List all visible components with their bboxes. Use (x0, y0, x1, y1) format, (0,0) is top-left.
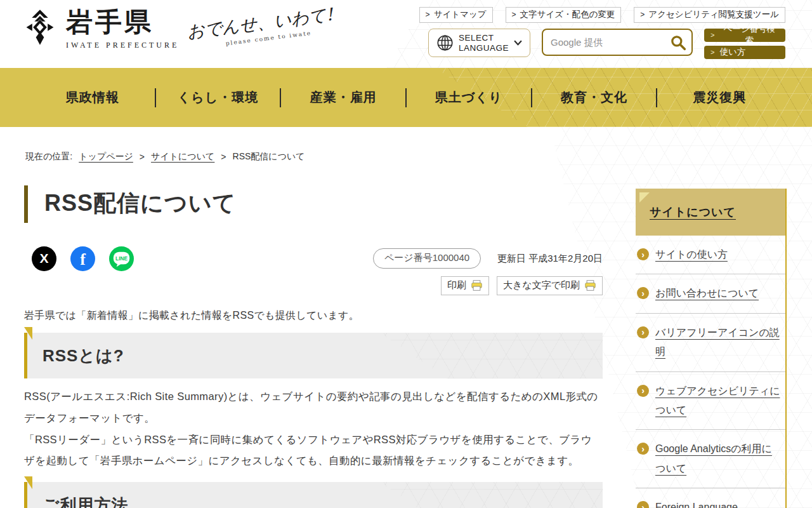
nav-item-label: 震災復興 (693, 89, 746, 106)
nav-item-label: 県政情報 (66, 89, 119, 106)
breadcrumb: 現在の位置: トップページ > サイトについて > RSS配信について (25, 151, 305, 163)
select-language-line1: SELECT (459, 33, 509, 43)
sidebar-item-site-usage[interactable]: › サイトの使い方 (636, 236, 785, 274)
section-title: ご利用方法 (43, 494, 129, 508)
sidebar-item-foreign-language[interactable]: › Foreign Language (636, 488, 785, 508)
nav-item-kurashi[interactable]: くらし・環境 (156, 88, 282, 107)
svg-text:LINE: LINE (115, 255, 128, 261)
sidebar-item-barrier-free-icons[interactable]: › バリアフリーアイコンの説明 (636, 314, 785, 372)
site-logo[interactable]: 岩手県 IWATE PREFECTURE (22, 8, 179, 50)
chevron-circle-icon: › (637, 287, 649, 299)
accessibility-tool-link[interactable]: > アクセシビリティ閲覧支援ツール (634, 7, 785, 23)
select-language-label: SELECT LANGUAGE (459, 33, 509, 52)
line-share-icon[interactable]: LINE (109, 246, 134, 271)
sidebar-item-label: Google Analyticsの利用について (655, 439, 782, 478)
page-number-search-label: ページ番号検索 (719, 23, 779, 46)
chevron-right-icon: > (512, 10, 516, 19)
sidebar-item-label: バリアフリーアイコンの説明 (655, 323, 782, 362)
breadcrumb-link-about-site[interactable]: サイトについて (151, 151, 214, 163)
nav-item-shinsai[interactable]: 震災復興 (657, 88, 782, 107)
chevron-right-icon: > (426, 10, 430, 19)
nav-item-label: くらし・環境 (178, 89, 258, 106)
iwate-crest-icon (22, 8, 58, 47)
site-name-en: IWATE PREFECTURE (66, 41, 179, 50)
sidebar-item-label: お問い合わせについて (655, 284, 759, 303)
fold-corner-icon (639, 192, 650, 203)
page: 岩手県 IWATE PREFECTURE おでんせ、いわて! please co… (0, 0, 812, 508)
page-title: RSS配信について (24, 185, 603, 223)
header-utility-links: > サイトマップ > 文字サイズ・配色の変更 > アクセシビリティ閲覧支援ツール (419, 7, 785, 23)
quick-buttons: > ページ番号検索 > 使い方 (704, 29, 785, 59)
sidebar-item-contact[interactable]: › お問い合わせについて (636, 274, 785, 313)
nav-item-kyoiku[interactable]: 教育・文化 (532, 88, 658, 107)
nav-item-kensei[interactable]: 県政情報 (30, 88, 156, 107)
chevron-circle-icon: › (637, 248, 649, 260)
sitemap-link-label: サイトマップ (434, 9, 487, 20)
how-to-use-label: 使い方 (719, 46, 745, 58)
social-share: X f LINE (32, 246, 134, 271)
nav-item-label: 産業・雇用 (310, 89, 377, 106)
select-language-button[interactable]: SELECT LANGUAGE (428, 29, 530, 57)
facebook-glyph: f (80, 250, 86, 269)
section-body: RSS(アールエスエス:Rich Site Summary)とは、ウェブサイトの… (24, 386, 603, 472)
nav-item-sangyo[interactable]: 産業・雇用 (281, 88, 407, 107)
nav-item-label: 教育・文化 (561, 89, 627, 106)
sidebar-item-google-analytics[interactable]: › Google Analyticsの利用について (636, 430, 785, 488)
how-to-use-button[interactable]: > 使い方 (704, 46, 785, 59)
fold-corner-icon (24, 327, 32, 340)
x-share-icon[interactable]: X (32, 246, 56, 271)
font-size-color-link-label: 文字サイズ・配色の変更 (520, 9, 615, 20)
tagline: おでんせ、いわて! please come to iwate (186, 3, 341, 51)
chevron-circle-icon: › (637, 385, 649, 397)
main-content: RSS配信について X f LINE ページ番号1000040 更新 (24, 185, 603, 508)
line-bubble-icon: LINE (109, 246, 134, 271)
print-button[interactable]: 印刷 (441, 276, 489, 295)
breadcrumb-prefix: 現在の位置: (25, 151, 72, 163)
font-size-color-link[interactable]: > 文字サイズ・配色の変更 (506, 7, 622, 23)
sitemap-link[interactable]: > サイトマップ (419, 7, 493, 23)
site-header: 岩手県 IWATE PREFECTURE おでんせ、いわて! please co… (0, 0, 812, 68)
nav-item-label: 県土づくり (435, 89, 502, 106)
chevron-circle-icon: › (637, 501, 649, 508)
section-heading-pattern (344, 482, 603, 508)
breadcrumb-link-home[interactable]: トップページ (79, 151, 133, 163)
search-icon[interactable] (670, 34, 686, 51)
chevron-circle-icon: › (637, 326, 649, 338)
logo-texts: 岩手県 IWATE PREFECTURE (66, 8, 179, 50)
chevron-down-icon (514, 40, 522, 46)
site-name: 岩手県 (66, 8, 179, 37)
chevron-right-icon: > (640, 10, 645, 19)
breadcrumb-separator: > (221, 152, 226, 162)
facebook-share-icon[interactable]: f (70, 246, 95, 271)
search-input[interactable] (551, 37, 670, 48)
paragraph-1: RSS(アールエスエス:Rich Site Summary)とは、ウェブサイトの… (24, 386, 603, 429)
printer-icon (584, 280, 596, 291)
sidebar-item-label: Foreign Language (655, 498, 738, 508)
section-title: RSSとは? (43, 345, 124, 367)
sidebar-list: › サイトの使い方 › お問い合わせについて › バリアフリーアイコンの説明 ›… (636, 236, 785, 508)
nav-item-kendo[interactable]: 県土づくり (407, 88, 532, 107)
global-nav: 県政情報 くらし・環境 産業・雇用 県土づくり 教育・文化 震災復興 (0, 68, 812, 127)
updated-date: 更新日 平成31年2月20日 (497, 253, 603, 265)
intro-text: 岩手県では「新着情報」に掲載された情報をRSSでも提供しています。 (24, 309, 603, 323)
chevron-right-icon: > (710, 48, 714, 56)
chevron-circle-icon: › (637, 443, 649, 455)
section-heading-how-to-use: ご利用方法 (24, 482, 603, 508)
meta-row: X f LINE ページ番号1000040 更新日 平成31年2月20日 (24, 244, 603, 272)
print-button-label: 印刷 (447, 279, 466, 291)
sidebar-item-web-accessibility[interactable]: › ウェブアクセシビリティについて (636, 372, 785, 431)
chevron-right-icon: > (710, 31, 714, 39)
print-large-button[interactable]: 大きな文字で印刷 (497, 276, 603, 295)
nav-list: 県政情報 くらし・環境 産業・雇用 県土づくり 教育・文化 震災復興 (0, 68, 812, 127)
print-row: 印刷 大きな文字で印刷 (24, 276, 603, 295)
accessibility-tool-link-label: アクセシビリティ閲覧支援ツール (648, 9, 779, 20)
x-glyph: X (39, 251, 48, 266)
sidebar: サイトについて › サイトの使い方 › お問い合わせについて › バリアフリーア… (636, 189, 787, 508)
sidebar-item-label: サイトの使い方 (655, 245, 728, 264)
section-heading-pattern (344, 333, 603, 378)
sidebar-item-label: ウェブアクセシビリティについて (655, 382, 782, 420)
printer-icon (471, 280, 483, 291)
breadcrumb-separator: > (140, 152, 145, 162)
page-number-search-button[interactable]: > ページ番号検索 (704, 29, 785, 42)
sidebar-header-about-site[interactable]: サイトについて (636, 189, 785, 236)
